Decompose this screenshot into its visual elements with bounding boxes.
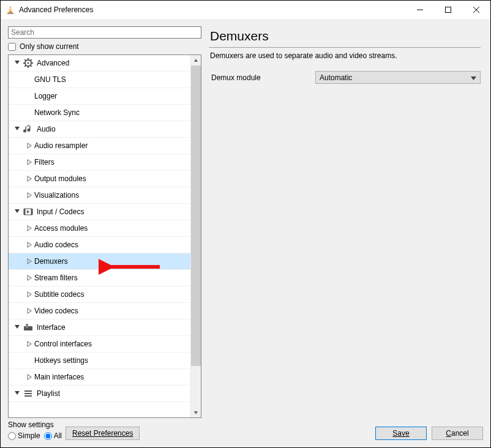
right-pane: Demuxers Demuxers are used to separate a… [206,26,483,418]
tree-label: Hotkeys settings [34,356,88,365]
tree-item-playlist[interactable]: Playlist [9,386,190,402]
reset-preferences-button[interactable]: Reset Preferences [66,427,140,440]
svg-line-16 [24,65,26,67]
tree-label: Input / Codecs [37,207,84,216]
search-input[interactable] [8,26,201,39]
tree-item-audio-codecs[interactable]: Audio codecs [9,237,190,253]
only-show-current-label: Only show current [20,42,79,51]
scroll-down-icon[interactable] [191,407,201,417]
tree-label: Control interfaces [34,340,92,348]
main-body: Only show current Advanced GNU TLS Logge… [1,19,490,418]
show-settings-label: Show settings [8,420,62,429]
tree-item-network-sync[interactable]: Network Sync [9,105,190,121]
tree-item-control-interfaces[interactable]: Control interfaces [9,336,190,353]
tree-label: Output modules [34,174,86,183]
cancel-button[interactable]: Cancel [432,427,483,440]
chevron-right-icon [24,141,34,151]
svg-marker-0 [9,6,12,13]
svg-rect-20 [31,209,33,215]
playlist-icon [23,389,33,398]
maximize-button[interactable] [434,1,462,19]
radio-simple-input[interactable] [8,432,16,440]
tree-item-access-modules[interactable]: Access modules [9,220,190,237]
only-show-current-row: Only show current [8,41,201,52]
demux-module-value: Automatic [320,73,352,82]
tree-item-interface[interactable]: Interface [9,319,190,336]
left-pane: Only show current Advanced GNU TLS Logge… [8,26,201,418]
chevron-down-icon [471,73,476,82]
svg-rect-19 [24,209,26,215]
panel-divider [209,47,481,48]
svg-line-17 [31,59,32,61]
codec-icon [23,207,33,217]
preferences-window: Advanced Preferences Only show current A… [0,0,491,448]
scroll-up-icon[interactable] [191,55,201,65]
tree-item-audio-resampler[interactable]: Audio resampler [9,138,190,154]
close-button[interactable] [462,1,490,19]
tree-label: Main interfaces [34,373,84,381]
tree-container: Advanced GNU TLS Logger Network Sync Aud… [8,54,201,418]
tree-label: Video codecs [34,307,78,315]
demux-module-select[interactable]: Automatic [315,71,481,84]
tree-item-gnu-tls[interactable]: GNU TLS [9,72,190,88]
svg-rect-2 [9,10,12,10]
window-controls [406,1,490,19]
tree-item-audio[interactable]: Audio [9,121,190,138]
tree-label: Access modules [34,224,88,233]
audio-icon [23,124,33,134]
scroll-thumb[interactable] [191,65,201,366]
tree-label: Subtitle codecs [34,290,84,299]
tree-item-output-modules[interactable]: Output modules [9,171,190,187]
vlc-icon [6,5,15,15]
footer: Show settings Simple All Reset Preferenc… [1,418,490,447]
tree-scrollbar[interactable] [190,55,201,417]
titlebar: Advanced Preferences [1,1,490,19]
tree-label: Audio [37,125,56,133]
radio-all[interactable]: All [44,431,62,440]
tree-item-main-interfaces[interactable]: Main interfaces [9,369,190,386]
tree-label: Filters [34,158,54,166]
tree-item-stream-filters[interactable]: Stream filters [9,270,190,286]
scroll-track[interactable] [191,65,201,407]
panel-title: Demuxers [210,29,481,43]
tree-item-subtitle-codecs[interactable]: Subtitle codecs [9,286,190,303]
tree-label: Visualizations [34,191,79,200]
minimize-button[interactable] [406,1,434,19]
tree-label: Interface [37,323,66,332]
chevron-right-icon [24,174,34,184]
only-show-current-checkbox[interactable] [8,43,16,51]
interface-icon [23,323,33,332]
demux-module-row: Demux module Automatic [209,71,481,84]
tree-item-hotkeys-settings[interactable]: Hotkeys settings [9,353,190,369]
save-button[interactable]: Save [375,427,427,440]
svg-point-9 [28,62,29,64]
tree-label: GNU TLS [34,75,66,84]
svg-line-14 [24,59,26,61]
radio-simple[interactable]: Simple [8,431,40,440]
tree-item-logger[interactable]: Logger [9,88,190,105]
tree-item-advanced[interactable]: Advanced [9,55,190,72]
chevron-right-icon [24,240,34,250]
chevron-right-icon [24,157,34,167]
demux-module-label: Demux module [209,73,315,82]
chevron-down-icon [12,207,22,217]
chevron-down-icon [12,389,22,398]
tree-label: Playlist [37,389,60,398]
tree-label: Advanced [37,59,69,67]
tree-item-demuxers[interactable]: Demuxers [9,253,190,270]
chevron-right-icon [24,190,34,200]
tree-label: Network Sync [34,108,80,117]
chevron-down-icon [12,58,22,68]
tree[interactable]: Advanced GNU TLS Logger Network Sync Aud… [9,55,190,417]
tree-label: Demuxers [34,257,68,266]
chevron-right-icon [24,256,34,266]
tree-item-input-codecs[interactable]: Input / Codecs [9,204,190,220]
radio-all-input[interactable] [44,432,52,440]
tree-label: Stream filters [34,274,78,282]
tree-item-filters[interactable]: Filters [9,154,190,171]
svg-rect-3 [7,13,13,15]
tree-item-visualizations[interactable]: Visualizations [9,187,190,204]
chevron-right-icon [24,273,34,283]
tree-item-video-codecs[interactable]: Video codecs [9,303,190,319]
chevron-right-icon [24,289,34,299]
